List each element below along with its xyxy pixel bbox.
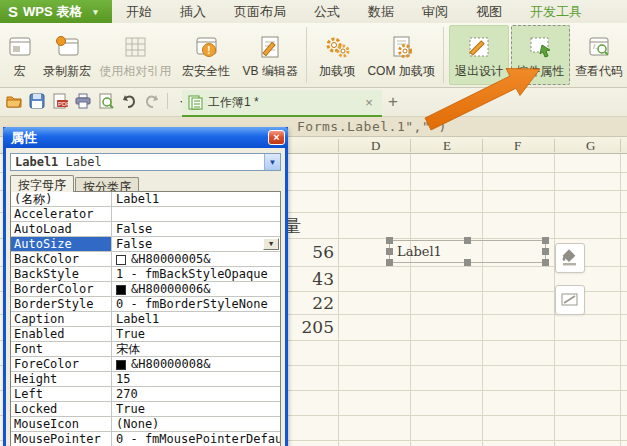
property-value[interactable]: True: [112, 327, 280, 341]
property-name[interactable]: (名称): [11, 192, 112, 206]
property-value[interactable]: &H80000005&: [112, 252, 280, 266]
selection-handle[interactable]: [386, 237, 393, 244]
property-name[interactable]: Height: [11, 372, 112, 386]
cell-value[interactable]: 56: [288, 242, 334, 262]
new-tab-button[interactable]: +: [388, 92, 398, 112]
property-row[interactable]: ForeColor&H80000008&: [11, 357, 280, 372]
property-value[interactable]: &H80000006&: [112, 282, 280, 296]
control-properties-button[interactable]: 控件属性: [511, 25, 570, 85]
property-name[interactable]: BackColor: [11, 252, 112, 266]
property-row[interactable]: EnabledTrue: [11, 327, 280, 342]
property-value[interactable]: 0 - fmBorderStyleNone: [112, 297, 280, 311]
column-header-g[interactable]: G: [586, 138, 595, 154]
property-name[interactable]: Accelerator: [11, 207, 112, 221]
border-style-float-button[interactable]: [555, 285, 585, 315]
property-row[interactable]: BorderStyle0 - fmBorderStyleNone: [11, 297, 280, 312]
cell-value[interactable]: 205: [288, 317, 334, 337]
property-row[interactable]: (名称)Label1: [11, 192, 280, 207]
property-row[interactable]: Font宋体: [11, 342, 280, 357]
property-name[interactable]: BackStyle: [11, 267, 112, 281]
macro-security-button[interactable]: ! 宏安全性: [174, 25, 237, 85]
property-name[interactable]: AutoSize: [11, 237, 112, 251]
selection-handle[interactable]: [542, 237, 549, 244]
vb-editor-button[interactable]: VB 编辑器: [240, 25, 301, 85]
property-row[interactable]: AutoSizeFalse▼: [11, 237, 280, 252]
save-icon[interactable]: [27, 91, 46, 110]
property-row[interactable]: Left270: [11, 387, 280, 402]
property-name[interactable]: Locked: [11, 402, 112, 416]
exit-design-button[interactable]: 退出设计: [449, 25, 508, 85]
tab-home[interactable]: 开始: [112, 0, 166, 23]
selection-handle[interactable]: [464, 237, 471, 244]
property-name[interactable]: MousePointer: [11, 432, 112, 446]
property-row[interactable]: MouseIcon(None): [11, 417, 280, 432]
property-value[interactable]: [112, 207, 280, 221]
close-tab-icon[interactable]: ×: [362, 95, 376, 110]
dropdown-caret-icon[interactable]: ▼: [264, 154, 280, 170]
print-icon[interactable]: [73, 91, 92, 110]
record-macro-button[interactable]: 录制新宏: [39, 25, 97, 85]
object-selector-dropdown[interactable]: Label1 Label ▼: [10, 153, 281, 171]
tab-view[interactable]: 视图: [462, 0, 516, 23]
tab-categorized[interactable]: 按分类序: [75, 177, 139, 192]
property-name[interactable]: BorderStyle: [11, 297, 112, 311]
print-preview-icon[interactable]: [96, 91, 115, 110]
property-name[interactable]: Font: [11, 342, 112, 356]
properties-window[interactable]: 属性 × Label1 Label ▼ 按字母序 按分类序 (名称)Label1…: [3, 127, 288, 446]
column-header-d[interactable]: D: [371, 138, 380, 154]
property-name[interactable]: Caption: [11, 312, 112, 326]
property-row[interactable]: BackColor&H80000005&: [11, 252, 280, 267]
property-row[interactable]: BorderColor&H80000006&: [11, 282, 280, 297]
property-dropdown-button[interactable]: ▼: [263, 238, 279, 250]
fill-color-float-button[interactable]: [555, 243, 585, 273]
open-folder-icon[interactable]: [4, 91, 23, 110]
property-value[interactable]: 0 - fmMousePointerDefault: [112, 432, 280, 446]
property-name[interactable]: Left: [11, 387, 112, 401]
tab-formulas[interactable]: 公式: [300, 0, 354, 23]
cell-value[interactable]: 43: [288, 269, 334, 289]
property-value[interactable]: False: [112, 222, 280, 236]
selection-handle[interactable]: [542, 248, 549, 255]
property-value[interactable]: True: [112, 402, 280, 416]
property-value[interactable]: &H80000008&: [112, 357, 280, 371]
property-row[interactable]: AutoLoadFalse: [11, 222, 280, 237]
macro-button[interactable]: 宏: [3, 25, 37, 85]
property-grid[interactable]: (名称)Label1AcceleratorAutoLoadFalseAutoSi…: [10, 191, 281, 446]
property-name[interactable]: Enabled: [11, 327, 112, 341]
app-logo[interactable]: S WPS 表格 ▾: [0, 0, 112, 23]
column-header-f[interactable]: F: [514, 138, 521, 154]
document-tab[interactable]: 工作簿1 * ×: [182, 90, 382, 117]
tab-alphabetical[interactable]: 按字母序: [10, 175, 74, 192]
export-pdf-icon[interactable]: PDF: [50, 91, 69, 110]
com-add-ins-button[interactable]: COM 加载项: [364, 25, 438, 85]
property-value[interactable]: (None): [112, 417, 280, 431]
property-value[interactable]: False: [112, 237, 280, 251]
property-value[interactable]: 1 - fmBackStyleOpaque: [112, 267, 280, 281]
property-value[interactable]: 宋体: [112, 342, 280, 356]
tab-data[interactable]: 数据: [354, 0, 408, 23]
property-row[interactable]: BackStyle1 - fmBackStyleOpaque: [11, 267, 280, 282]
redo-icon[interactable]: [142, 91, 161, 110]
property-value[interactable]: 270: [112, 387, 280, 401]
property-name[interactable]: MouseIcon: [11, 417, 112, 431]
property-row[interactable]: MousePointer0 - fmMousePointerDefault: [11, 432, 280, 446]
property-value[interactable]: Label1: [112, 192, 280, 206]
selection-handle[interactable]: [386, 259, 393, 266]
property-name[interactable]: BorderColor: [11, 282, 112, 296]
close-window-button[interactable]: ×: [268, 130, 285, 145]
property-row[interactable]: Accelerator: [11, 207, 280, 222]
tab-page-layout[interactable]: 页面布局: [220, 0, 300, 23]
undo-icon[interactable]: [119, 91, 138, 110]
add-ins-button[interactable]: 加载项: [312, 25, 362, 85]
view-code-button[interactable]: /. 查看代码: [572, 25, 626, 85]
column-header-e[interactable]: E: [443, 138, 451, 154]
cell-value[interactable]: 22: [288, 293, 334, 313]
property-value[interactable]: Label1: [112, 312, 280, 326]
tab-review[interactable]: 审阅: [408, 0, 462, 23]
selection-handle[interactable]: [386, 248, 393, 255]
property-row[interactable]: Height15: [11, 372, 280, 387]
property-row[interactable]: LockedTrue: [11, 402, 280, 417]
tab-developer[interactable]: 开发工具: [516, 0, 596, 23]
properties-title-bar[interactable]: 属性 ×: [3, 127, 288, 148]
property-row[interactable]: CaptionLabel1: [11, 312, 280, 327]
